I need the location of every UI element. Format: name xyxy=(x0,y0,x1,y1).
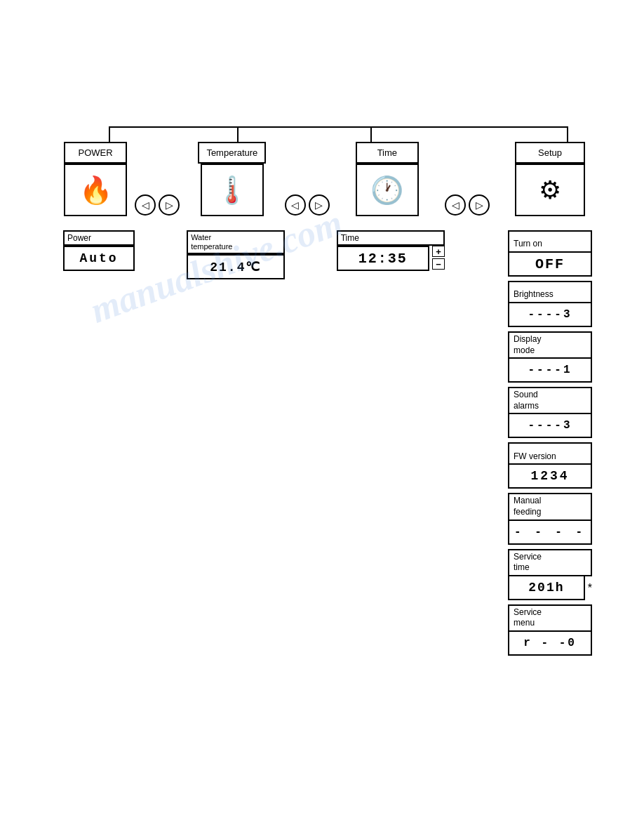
left-arrow-3[interactable]: ◁ xyxy=(445,194,466,216)
temp-panel: Temperature 🌡️ Watertemperature 21.4℃ xyxy=(180,142,285,279)
arrow-group-2: ◁ ▷ xyxy=(285,194,330,216)
v-drop-power xyxy=(109,126,110,142)
time-icon-box[interactable]: 🕐 xyxy=(356,164,419,216)
servicetime-display: 201h xyxy=(508,576,585,600)
left-arrow-2[interactable]: ◁ xyxy=(285,194,306,216)
right-arrow-3[interactable]: ▷ xyxy=(469,194,490,216)
right-arrow-1[interactable]: ▷ xyxy=(159,194,180,216)
sound-label: Soundalarms xyxy=(508,387,592,414)
top-connector-area xyxy=(56,126,610,142)
power-panel: POWER 🔥 Power Auto xyxy=(56,142,135,271)
v-drop-setup xyxy=(567,126,568,142)
setup-panel: Setup ⚙ Turn on OFF Brightness ----3 D xyxy=(490,142,610,660)
setup-item-fwversion: FW version 1234 xyxy=(508,442,592,489)
servicemenu-label: Servicemenu xyxy=(508,604,592,632)
setup-icon-box[interactable]: ⚙ xyxy=(515,164,585,216)
power-label: POWER xyxy=(64,142,127,164)
displaymode-display: ----1 xyxy=(508,359,592,383)
thermometer-icon: 🌡️ xyxy=(215,175,248,206)
power-sub-label: Power xyxy=(63,230,135,246)
v-drop-temp xyxy=(237,126,239,142)
setup-label: Setup xyxy=(515,142,585,164)
arrow-group-3: ◁ ▷ xyxy=(445,194,490,216)
right-arrow-2[interactable]: ▷ xyxy=(309,194,330,216)
minus-button[interactable]: − xyxy=(432,258,445,270)
time-sub: Time 12:35 + − xyxy=(330,230,445,271)
time-panel: Time 🕐 Time 12:35 + − xyxy=(330,142,445,271)
fwversion-label: FW version xyxy=(508,442,592,465)
setup-item-sound: Soundalarms ----3 xyxy=(508,387,592,438)
setup-items-list: Turn on OFF Brightness ----3 Displaymode… xyxy=(508,230,592,660)
arrow-group-1: ◁ ▷ xyxy=(135,194,180,216)
servicetime-label: Servicetime xyxy=(508,549,592,576)
servicemenu-display: r - -0 xyxy=(508,632,592,656)
flame-icon: 🔥 xyxy=(79,175,112,206)
fwversion-display: 1234 xyxy=(508,465,592,489)
power-icon-box[interactable]: 🔥 xyxy=(64,164,127,216)
setup-item-turnon: Turn on OFF xyxy=(508,230,592,277)
temp-icon-box[interactable]: 🌡️ xyxy=(201,164,264,216)
setup-item-manualfeeding: Manualfeeding - - - - xyxy=(508,493,592,544)
gear-icon: ⚙ xyxy=(539,176,561,205)
v-drop-time xyxy=(370,126,372,142)
power-sub: Power Auto xyxy=(56,230,135,271)
main-container: POWER 🔥 Power Auto ◁ ▷ Temperature 🌡️ Wa… xyxy=(56,126,610,660)
clock-icon: 🕐 xyxy=(370,175,403,206)
temp-sub: Watertemperature 21.4℃ xyxy=(180,230,285,279)
plus-button[interactable]: + xyxy=(432,246,445,257)
turnon-label: Turn on xyxy=(508,230,592,253)
setup-item-servicetime: Servicetime 201h * xyxy=(508,549,592,600)
manualfeeding-display: - - - - xyxy=(508,521,592,545)
plus-minus-group: + − xyxy=(432,246,445,271)
temp-sub-label: Watertemperature xyxy=(187,230,285,254)
brightness-label: Brightness xyxy=(508,281,592,303)
time-sub-label: Time xyxy=(337,230,445,246)
top-connector-line xyxy=(109,126,568,128)
temp-label: Temperature xyxy=(198,142,266,164)
displaymode-label: Displaymode xyxy=(508,331,592,359)
sound-display: ----3 xyxy=(508,414,592,438)
turnon-display: OFF xyxy=(508,253,592,277)
panels-row: POWER 🔥 Power Auto ◁ ▷ Temperature 🌡️ Wa… xyxy=(56,142,610,660)
setup-item-servicemenu: Servicemenu r - -0 xyxy=(508,604,592,656)
time-display: 12:35 xyxy=(337,246,429,271)
asterisk-icon: * xyxy=(588,582,592,595)
left-arrow-1[interactable]: ◁ xyxy=(135,194,156,216)
brightness-display: ----3 xyxy=(508,303,592,327)
setup-item-brightness: Brightness ----3 xyxy=(508,281,592,327)
power-display: Auto xyxy=(63,246,135,271)
time-label: Time xyxy=(356,142,419,164)
setup-item-displaymode: Displaymode ----1 xyxy=(508,331,592,383)
temp-display: 21.4℃ xyxy=(187,254,285,279)
manualfeeding-label: Manualfeeding xyxy=(508,493,592,520)
